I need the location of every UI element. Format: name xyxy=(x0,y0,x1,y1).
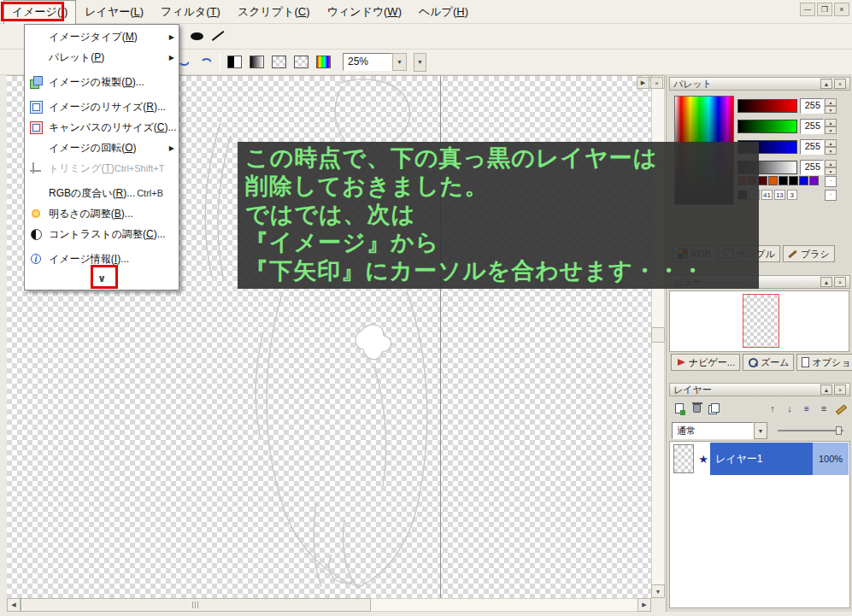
menu-filter[interactable]: フィルタ(T) xyxy=(152,0,229,24)
menu-shortcut: Ctrl+B xyxy=(137,188,163,198)
secondary-color-box[interactable]: · xyxy=(825,190,837,201)
annotation-box-image-menu xyxy=(1,2,64,21)
edit-layer-button[interactable] xyxy=(833,401,849,416)
scroll-down-button[interactable]: ▼ xyxy=(651,584,665,598)
spin-down-icon[interactable]: ▼ xyxy=(825,147,837,155)
color-swatch[interactable] xyxy=(768,176,778,185)
menu-item-brightness[interactable]: 明るさの調整(B)... xyxy=(25,203,179,224)
layers-panel-header: レイヤー ▲ × xyxy=(669,383,850,396)
horizontal-scroll-thumb[interactable] xyxy=(21,598,371,612)
move-layer-down-button[interactable]: ↓ xyxy=(782,401,797,416)
red-channel-slider[interactable] xyxy=(737,99,797,113)
layer-effect-button[interactable]: ≡ xyxy=(799,401,814,416)
luma-channel-value[interactable]: 255 xyxy=(800,160,824,175)
gradient-button[interactable] xyxy=(246,52,267,73)
spin-up-icon[interactable]: ▲ xyxy=(825,119,837,126)
ellipse-tool-button[interactable] xyxy=(186,26,207,47)
duplicate-layer-button[interactable] xyxy=(706,401,721,416)
blue-channel-value[interactable]: 255 xyxy=(800,139,824,155)
zoom-dropdown-button[interactable]: ▼ xyxy=(392,53,407,71)
minimize-button[interactable]: — xyxy=(800,3,815,16)
menu-bar: イメージ(I) レイヤー(L) フィルタ(T) スクリプト(C) ウィンドウ(W… xyxy=(0,0,852,24)
zoom-input[interactable]: 25% xyxy=(343,53,392,71)
menu-item-duplicate-image[interactable]: イメージの複製(D)... xyxy=(25,72,179,92)
spin-down-icon[interactable]: ▼ xyxy=(825,167,837,175)
blend-mode-select[interactable]: 通常 xyxy=(672,422,754,439)
spin-up-icon[interactable]: ▲ xyxy=(825,160,837,167)
toolbar-overflow-button[interactable]: ▼ xyxy=(414,53,426,72)
magnifier-icon xyxy=(748,357,758,367)
duplicate-image-icon xyxy=(29,75,43,89)
blend-mode-dropdown-icon[interactable]: ▼ xyxy=(754,422,767,439)
canvas-expand-button[interactable]: ▶ xyxy=(637,77,649,89)
layers-close-button[interactable]: × xyxy=(834,384,846,395)
smooth-tool-button[interactable] xyxy=(196,52,216,73)
spin-up-icon[interactable]: ▲ xyxy=(825,139,837,147)
close-button[interactable]: × xyxy=(834,3,849,16)
red-channel-value[interactable]: 255 xyxy=(800,98,824,114)
scroll-right-button[interactable]: ▶ xyxy=(638,598,651,612)
menu-item-palette[interactable]: パレット(P) ▶ xyxy=(25,47,179,67)
transparency-grid-button[interactable] xyxy=(291,52,311,73)
layer-thumbnail[interactable] xyxy=(673,444,694,473)
duplicate-icon xyxy=(708,403,719,414)
opacity-slider-thumb[interactable] xyxy=(836,426,842,435)
current-color-box[interactable]: · xyxy=(825,176,837,187)
view-close-button[interactable]: × xyxy=(834,277,846,287)
menu-layer[interactable]: レイヤー(L) xyxy=(76,0,152,24)
spin-down-icon[interactable]: ▼ xyxy=(825,106,837,114)
navigator-thumbnail[interactable] xyxy=(743,294,779,348)
menu-item-rotate-image[interactable]: イメージの回転(O) ▶ xyxy=(25,138,179,158)
color-swatch[interactable] xyxy=(789,176,798,185)
layer-opacity[interactable]: 100% xyxy=(813,443,849,475)
menu-separator xyxy=(26,246,177,247)
color-swatch[interactable] xyxy=(799,176,808,185)
green-channel-slider[interactable] xyxy=(737,120,797,133)
palette-index[interactable]: 3 xyxy=(787,190,797,200)
menu-item-resize-canvas[interactable]: キャンバスのリサイズ(C)... xyxy=(25,117,179,138)
menu-item-image-type[interactable]: イメージタイプ(M) ▶ xyxy=(25,26,179,47)
spin-down-icon[interactable]: ▼ xyxy=(825,126,837,134)
toolbar-separator xyxy=(182,27,183,46)
menu-help[interactable]: ヘルプ(H) xyxy=(410,0,477,24)
layer-row[interactable]: ★ レイヤー1 100% xyxy=(671,443,849,475)
spin-up-icon[interactable]: ▲ xyxy=(825,98,837,106)
tab-options[interactable]: オプション xyxy=(796,354,852,371)
color-swatch[interactable] xyxy=(758,176,767,185)
palette-panel-title: パレット xyxy=(673,78,712,91)
contrast-icon xyxy=(29,227,43,241)
move-layer-up-button[interactable]: ↑ xyxy=(765,401,780,416)
palette-collapse-button[interactable]: ▲ xyxy=(820,79,832,89)
layers-collapse-button[interactable]: ▲ xyxy=(820,384,832,395)
vertical-scroll-thumb[interactable] xyxy=(651,327,665,343)
delete-layer-button[interactable] xyxy=(689,401,704,416)
tab-zoom[interactable]: ズーム xyxy=(743,354,795,371)
color-swatch[interactable] xyxy=(809,176,819,185)
view-collapse-button[interactable]: ▲ xyxy=(820,277,832,287)
palette-close-button[interactable]: × xyxy=(834,79,846,89)
palette-index[interactable]: 41 xyxy=(761,190,773,200)
bw-split-button[interactable] xyxy=(224,52,244,73)
transparency-button[interactable] xyxy=(268,52,289,73)
scroll-left-button[interactable]: ◀ xyxy=(7,598,21,612)
horizontal-scrollbar[interactable]: ◀ ▶ xyxy=(7,598,651,612)
menu-item-resize-image[interactable]: イメージのリサイズ(R)... xyxy=(25,97,179,117)
tab-navigator[interactable]: ナビゲー... xyxy=(671,354,740,371)
palette-index[interactable]: 13 xyxy=(774,190,785,200)
tab-brush[interactable]: ブラシ xyxy=(783,245,835,262)
green-channel-value[interactable]: 255 xyxy=(800,119,824,134)
restore-button[interactable]: ❐ xyxy=(817,3,832,16)
palette-mode-button[interactable] xyxy=(313,52,333,73)
line-tool-button[interactable] xyxy=(209,26,229,47)
menu-item-rgb-levels[interactable]: RGBの度合い(R)... Ctrl+B xyxy=(25,183,179,203)
menu-script[interactable]: スクリプト(C) xyxy=(229,0,319,24)
menu-item-contrast[interactable]: コントラストの調整(C)... xyxy=(25,224,179,244)
layer-visibility-icon[interactable]: ★ xyxy=(696,453,710,466)
color-swatch[interactable] xyxy=(779,176,788,185)
new-layer-button[interactable] xyxy=(672,401,687,416)
merge-layer-button[interactable]: ≡ xyxy=(816,401,831,416)
layer-name[interactable]: レイヤー1 xyxy=(710,443,813,475)
opacity-slider[interactable] xyxy=(778,430,843,431)
canvas-close-button[interactable]: × xyxy=(650,77,663,89)
menu-window[interactable]: ウィンドウ(W) xyxy=(319,0,410,24)
